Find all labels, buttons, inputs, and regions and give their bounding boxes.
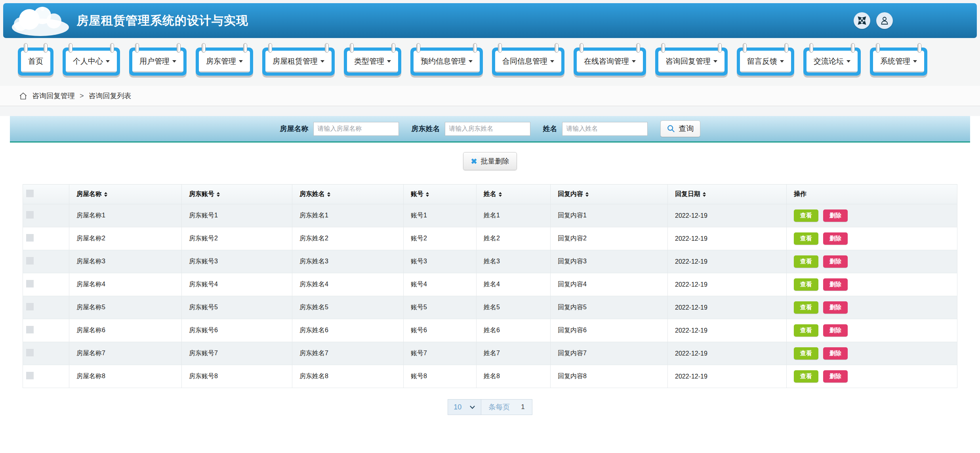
pin-icon [473, 43, 477, 53]
current-page: 1 [521, 403, 524, 411]
batch-delete-button[interactable]: ✖ 批量删除 [463, 152, 517, 170]
pin-icon [784, 43, 788, 53]
nav-item-12[interactable]: 交流论坛 [803, 48, 861, 76]
column-header[interactable]: 房东账号 [182, 185, 292, 204]
delete-button[interactable]: 删除 [823, 324, 848, 337]
pin-icon [202, 43, 206, 53]
row-checkbox-cell [23, 296, 69, 319]
row-checkbox[interactable] [26, 326, 34, 333]
view-button[interactable]: 查看 [794, 232, 818, 245]
cell-reply-content: 回复内容3 [551, 250, 668, 273]
row-checkbox[interactable] [26, 280, 34, 287]
view-button[interactable]: 查看 [794, 301, 818, 314]
row-checkbox[interactable] [26, 372, 34, 379]
sort-icon [426, 192, 429, 197]
page-size-select[interactable]: 10 [448, 399, 481, 415]
breadcrumb-section[interactable]: 咨询回复管理 [32, 91, 75, 101]
nav-item-5[interactable]: 房屋租赁管理 [262, 48, 335, 76]
row-checkbox[interactable] [26, 303, 34, 310]
nav-item-11[interactable]: 留言反馈 [737, 48, 794, 76]
delete-button[interactable]: 删除 [823, 301, 848, 314]
delete-button[interactable]: 删除 [823, 347, 848, 360]
cell-account: 账号1 [404, 204, 477, 227]
row-checkbox-cell [23, 365, 69, 388]
delete-button[interactable]: 删除 [823, 278, 848, 291]
pin-icon [498, 43, 502, 53]
row-checkbox[interactable] [26, 211, 34, 219]
cell-account: 账号6 [404, 319, 477, 342]
delete-button[interactable]: 删除 [823, 255, 848, 268]
select-all-header [23, 185, 69, 204]
nav-item-3[interactable]: 用户管理 [129, 48, 187, 76]
pin-icon [110, 43, 114, 53]
cell-landlord-name: 房东姓名4 [292, 273, 404, 296]
pin-icon [851, 43, 855, 53]
view-button[interactable]: 查看 [794, 324, 818, 337]
view-button[interactable]: 查看 [794, 347, 818, 360]
breadcrumb-separator: > [80, 92, 84, 100]
view-button[interactable]: 查看 [794, 209, 818, 222]
view-button[interactable]: 查看 [794, 370, 818, 383]
pin-icon [135, 43, 139, 53]
select-all-checkbox[interactable] [26, 190, 34, 197]
actions-cell: 查看删除 [787, 342, 957, 365]
row-checkbox[interactable] [26, 349, 34, 356]
fullscreen-icon[interactable] [854, 12, 870, 29]
cell-reply-date: 2022-12-19 [668, 204, 787, 227]
nav-item-label: 咨询回复管理 [665, 56, 711, 67]
nav-item-label: 房东管理 [206, 56, 236, 67]
pin-icon [416, 43, 420, 53]
nav-item-2[interactable]: 个人中心 [63, 48, 120, 76]
cell-reply-content: 回复内容5 [551, 296, 668, 319]
nav-item-10[interactable]: 咨询回复管理 [655, 48, 728, 76]
caret-down-icon [387, 60, 391, 63]
nav-item-label: 类型管理 [354, 56, 384, 67]
delete-button[interactable]: 删除 [823, 209, 848, 222]
column-header[interactable]: 回复日期 [668, 185, 787, 204]
caret-down-icon [469, 60, 473, 63]
filter-input[interactable] [445, 122, 530, 136]
breadcrumb-page: 咨询回复列表 [89, 91, 132, 101]
nav-item-4[interactable]: 房东管理 [196, 48, 253, 76]
column-header-label: 姓名 [484, 190, 496, 197]
page-size-value: 10 [454, 403, 461, 411]
cell-reply-date: 2022-12-19 [668, 342, 787, 365]
column-header-label: 操作 [794, 190, 806, 197]
view-button[interactable]: 查看 [794, 278, 818, 291]
cell-landlord-account: 房东账号1 [182, 204, 292, 227]
row-checkbox[interactable] [26, 257, 34, 265]
actions-cell: 查看删除 [787, 365, 957, 388]
nav-item-9[interactable]: 在线咨询管理 [574, 48, 646, 76]
query-button[interactable]: 查询 [660, 120, 700, 137]
table-row: 房屋名称3房东账号3房东姓名3账号3姓名3回复内容32022-12-19查看删除 [23, 250, 957, 273]
column-header[interactable]: 房屋名称 [69, 185, 182, 204]
delete-button[interactable]: 删除 [823, 370, 848, 383]
home-icon[interactable] [19, 92, 27, 100]
column-header[interactable]: 房东姓名 [292, 185, 404, 204]
nav-item-13[interactable]: 系统管理 [870, 48, 927, 76]
column-header[interactable]: 姓名 [477, 185, 551, 204]
column-header[interactable]: 账号 [404, 185, 477, 204]
row-checkbox[interactable] [26, 234, 34, 242]
cell-landlord-name: 房东姓名8 [292, 365, 404, 388]
nav-item-8[interactable]: 合同信息管理 [492, 48, 564, 76]
user-icon[interactable] [876, 12, 893, 29]
cell-reply-date: 2022-12-19 [668, 273, 787, 296]
caret-down-icon [847, 60, 850, 63]
caret-down-icon [320, 60, 324, 63]
view-button[interactable]: 查看 [794, 255, 818, 268]
delete-button[interactable]: 删除 [823, 232, 848, 245]
nav-item-6[interactable]: 类型管理 [344, 48, 401, 76]
filter-input[interactable] [313, 122, 399, 136]
pin-icon [743, 43, 747, 53]
cell-name: 姓名3 [477, 250, 551, 273]
nav-item-1[interactable]: 首页 [18, 48, 53, 76]
pin-icon [580, 43, 583, 53]
column-header[interactable]: 回复内容 [551, 185, 668, 204]
pagination: 10 条每页 1 [0, 399, 980, 415]
nav-item-label: 系统管理 [880, 56, 910, 67]
pin-icon [69, 43, 72, 53]
nav-item-7[interactable]: 预约信息管理 [410, 48, 483, 76]
pin-icon [555, 43, 559, 53]
filter-input[interactable] [562, 122, 648, 136]
